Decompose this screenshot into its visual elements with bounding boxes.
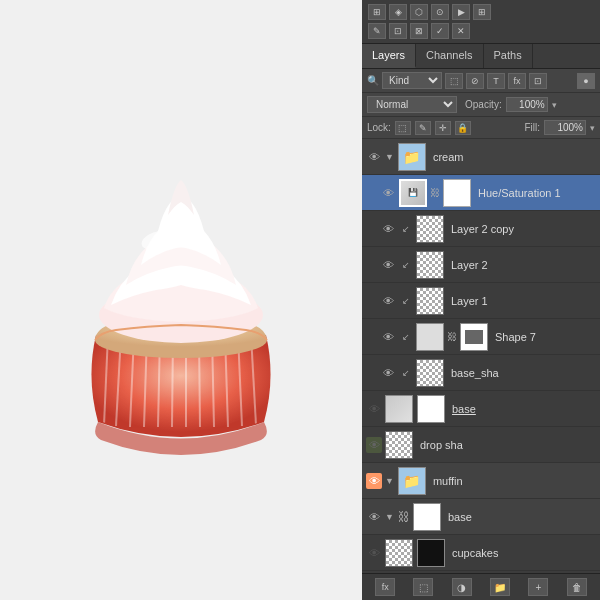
eye-cupcakes[interactable]: 👁: [366, 545, 382, 561]
layer-2[interactable]: 👁 ↙ Layer 2: [362, 247, 600, 283]
actions-icon[interactable]: ▶: [452, 4, 470, 20]
thumb-cupcakes-1: [385, 539, 413, 567]
filter-toggle[interactable]: ●: [577, 73, 595, 89]
lock-all-icon[interactable]: 🔒: [455, 121, 471, 135]
eye-layer1[interactable]: 👁: [380, 293, 396, 309]
eye-hue-sat[interactable]: 👁: [380, 185, 396, 201]
layer-base-sha[interactable]: 👁 ↙ base_sha: [362, 355, 600, 391]
thumb-shape7-2: [460, 323, 488, 351]
name-group-base: base: [448, 511, 472, 523]
filter-select[interactable]: Kind: [382, 72, 442, 89]
fill-input[interactable]: [544, 120, 586, 135]
redeye-icon[interactable]: ✕: [452, 23, 470, 39]
eye-base[interactable]: 👁: [366, 401, 382, 417]
canvas-area: [0, 0, 362, 600]
filter-icon: 🔍: [367, 75, 379, 86]
thumb-hue-sat-adj: 💾: [399, 179, 427, 207]
layers-list: 👁 ▼ 📁 cream 👁 💾 ⛓ Hue/Saturation 1 👁 ↙: [362, 139, 600, 573]
fill-arrow[interactable]: ▾: [590, 123, 595, 133]
eye-layer2copy[interactable]: 👁: [380, 221, 396, 237]
name-layer1: Layer 1: [451, 295, 488, 307]
patch-icon[interactable]: ✓: [431, 23, 449, 39]
thumb-layer2: [416, 251, 444, 279]
expand-muffin[interactable]: ▼: [385, 476, 394, 486]
blend-mode-select[interactable]: Normal: [367, 96, 457, 113]
filter-btn-4[interactable]: fx: [508, 73, 526, 89]
name-hue-sat: Hue/Saturation 1: [478, 187, 561, 199]
opacity-arrow[interactable]: ▾: [552, 100, 557, 110]
toolbar-row-2: ✎ ⊡ ⊠ ✓ ✕: [368, 23, 594, 39]
lock-pixels-icon[interactable]: ✎: [415, 121, 431, 135]
paths-icon[interactable]: ⬡: [410, 4, 428, 20]
channels-icon[interactable]: ◈: [389, 4, 407, 20]
brush-icon[interactable]: ✎: [368, 23, 386, 39]
name-drop-sha: drop sha: [420, 439, 463, 451]
tab-layers[interactable]: Layers: [362, 44, 416, 68]
eye-group-base[interactable]: 👁: [366, 509, 382, 525]
chain-icon-hue: ⛓: [430, 187, 440, 198]
layer-shape7[interactable]: 👁 ↙ ⛓ Shape 7: [362, 319, 600, 355]
grid-icon[interactable]: ⊞: [473, 4, 491, 20]
layer-base[interactable]: 👁 base: [362, 391, 600, 427]
add-mask-button[interactable]: ⬚: [413, 578, 433, 596]
link-base-sha: ↙: [399, 366, 413, 380]
new-layer-button[interactable]: +: [528, 578, 548, 596]
panel-tabs: Layers Channels Paths: [362, 44, 600, 69]
heal-icon[interactable]: ⊠: [410, 23, 428, 39]
lock-transparent-icon[interactable]: ⬚: [395, 121, 411, 135]
lock-row: Lock: ⬚ ✎ ✛ 🔒 Fill: ▾: [362, 117, 600, 139]
eye-shape7[interactable]: 👁: [380, 329, 396, 345]
name-base: base: [452, 403, 476, 415]
add-group-button[interactable]: 📁: [490, 578, 510, 596]
layer-1[interactable]: 👁 ↙ Layer 1: [362, 283, 600, 319]
chain-shape7: ⛓: [447, 331, 457, 342]
filter-btn-2[interactable]: ⊘: [466, 73, 484, 89]
tab-channels[interactable]: Channels: [416, 44, 483, 68]
opacity-input[interactable]: [506, 97, 548, 112]
link-layer2: ↙: [399, 258, 413, 272]
layer-group-cream[interactable]: 👁 ▼ 📁 cream: [362, 139, 600, 175]
tab-paths[interactable]: Paths: [484, 44, 533, 68]
filter-btn-3[interactable]: T: [487, 73, 505, 89]
delete-layer-button[interactable]: 🗑: [567, 578, 587, 596]
filter-btn-5[interactable]: ⊡: [529, 73, 547, 89]
link-shape7: ↙: [399, 330, 413, 344]
thumb-muffin: 📁: [398, 467, 426, 495]
eye-cream[interactable]: 👁: [366, 149, 382, 165]
thumb-cupcakes-2: [417, 539, 445, 567]
name-muffin: muffin: [433, 475, 463, 487]
expand-cream[interactable]: ▼: [385, 152, 394, 162]
eye-base-sha[interactable]: 👁: [380, 365, 396, 381]
name-cream: cream: [433, 151, 464, 163]
layer-group-base[interactable]: 👁 ▼ ⛓ base: [362, 499, 600, 535]
eye-drop-sha[interactable]: 👁: [366, 437, 382, 453]
history-icon[interactable]: ⊙: [431, 4, 449, 20]
layer-2-copy[interactable]: 👁 ↙ Layer 2 copy: [362, 211, 600, 247]
layer-drop-sha[interactable]: 👁 drop sha: [362, 427, 600, 463]
add-adjustment-button[interactable]: ◑: [452, 578, 472, 596]
filter-row: 🔍 Kind ⬚ ⊘ T fx ⊡ ●: [362, 69, 600, 93]
layer-hue-sat[interactable]: 👁 💾 ⛓ Hue/Saturation 1: [362, 175, 600, 211]
thumb-layer2copy: [416, 215, 444, 243]
thumb-base-2: [417, 395, 445, 423]
layer-group-muffin[interactable]: 👁 ▼ 📁 muffin: [362, 463, 600, 499]
layer-cupcakes[interactable]: 👁 cupcakes: [362, 535, 600, 571]
name-layer2copy: Layer 2 copy: [451, 223, 514, 235]
filter-btn-1[interactable]: ⬚: [445, 73, 463, 89]
lock-position-icon[interactable]: ✛: [435, 121, 451, 135]
layers-icon[interactable]: ⊞: [368, 4, 386, 20]
thumb-base-sha: [416, 359, 444, 387]
eye-muffin[interactable]: 👁: [366, 473, 382, 489]
fx-button[interactable]: fx: [375, 578, 395, 596]
link-layer2copy: ↙: [399, 222, 413, 236]
layers-panel: ⊞ ◈ ⬡ ⊙ ▶ ⊞ ✎ ⊡ ⊠ ✓ ✕ Layers Channels Pa…: [362, 0, 600, 600]
expand-group-base[interactable]: ▼: [385, 512, 394, 522]
bottom-toolbar: fx ⬚ ◑ 📁 + 🗑: [362, 573, 600, 600]
thumb-group-base: [413, 503, 441, 531]
clone-icon[interactable]: ⊡: [389, 23, 407, 39]
eye-layer2[interactable]: 👁: [380, 257, 396, 273]
toolbar-row-1: ⊞ ◈ ⬡ ⊙ ▶ ⊞: [368, 4, 594, 20]
lock-label: Lock:: [367, 122, 391, 133]
blend-mode-row: Normal Opacity: ▾: [362, 93, 600, 117]
fill-label: Fill:: [524, 122, 540, 133]
